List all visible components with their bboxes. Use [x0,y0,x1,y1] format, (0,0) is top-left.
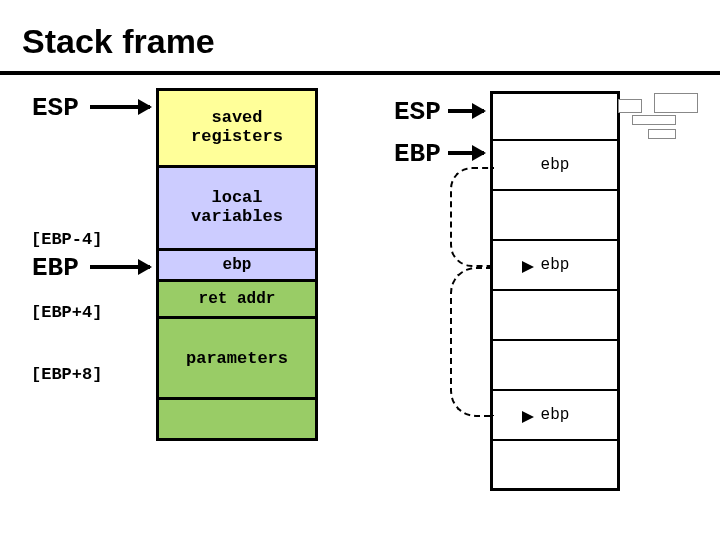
right-row-3: ebp [490,241,620,291]
page-title: Stack frame [0,0,720,71]
label-ebp-plus-4: [EBP+4] [31,303,102,322]
left-stack: saved registers local variables ebp ret … [156,91,318,441]
cell-saved-registers: saved registers [156,88,318,168]
dashed-link-2 [450,267,494,417]
label-ebp: EBP [32,253,79,283]
right-stack: ebp ebp ebp [490,91,620,491]
label-right-ebp: EBP [394,139,441,169]
arrow-esp [90,105,150,109]
mini-diagram-icon [618,93,700,141]
label-ebp-minus-4: [EBP-4] [31,230,102,249]
cell-parameters: parameters [156,316,318,400]
dashed-link-1 [450,167,494,267]
arrow-ebp [90,265,150,269]
cell-blank [156,397,318,441]
label-right-esp: ESP [394,97,441,127]
cell-local-variables: local variables [156,165,318,251]
arrow-right-esp [448,109,484,113]
arrow-right-ebp [448,151,484,155]
right-row-1: ebp [490,141,620,191]
label-esp: ESP [32,93,79,123]
cell-ret-addr: ret addr [156,279,318,319]
diagram-area: ESP [EBP-4] EBP [EBP+4] [EBP+8] saved re… [0,75,720,515]
right-row-5 [490,341,620,391]
right-row-6: ebp [490,391,620,441]
label-ebp-plus-8: [EBP+8] [31,365,102,384]
right-row-2 [490,191,620,241]
right-row-4 [490,291,620,341]
cell-ebp: ebp [156,248,318,282]
right-row-7 [490,441,620,491]
right-row-0 [490,91,620,141]
